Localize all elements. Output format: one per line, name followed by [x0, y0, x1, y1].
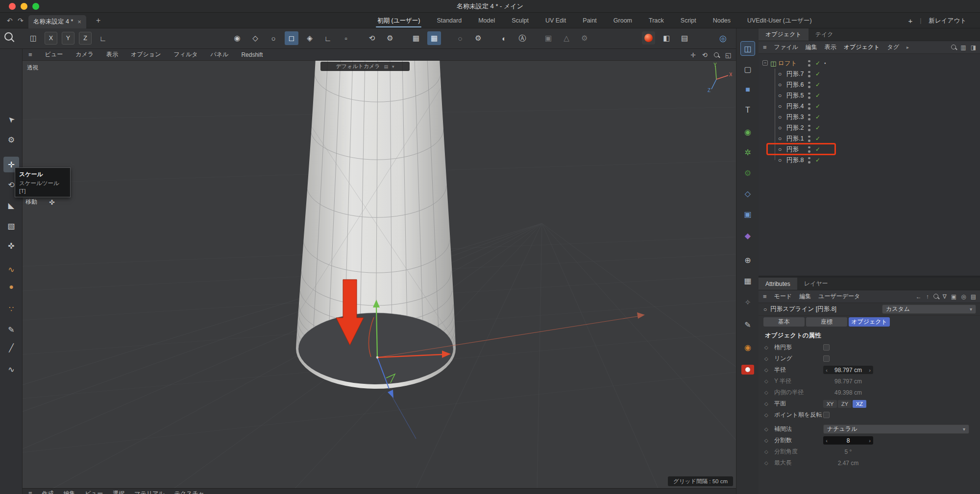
particles-icon[interactable]: ◉ [740, 124, 755, 139]
workplane-grid-icon[interactable]: ▦ [409, 31, 423, 45]
layout-tab-groom[interactable]: Groom [613, 13, 632, 28]
quantize-grid-icon[interactable]: ▦ [427, 31, 441, 45]
axis-mode-icon[interactable]: ◈ [303, 31, 317, 45]
falloff-icon[interactable]: △ [560, 31, 573, 45]
lock-z-button[interactable]: Z [79, 32, 92, 45]
menu-material[interactable]: マテリアル [134, 489, 164, 494]
orientation-axes[interactable]: Y X Z [701, 62, 732, 93]
keyframe-icon[interactable]: ◇ [764, 438, 774, 443]
object-label[interactable]: ロフト [778, 59, 797, 68]
layout-tab-sculpt[interactable]: Sculpt [512, 13, 529, 28]
om-menu-tag[interactable]: タグ [887, 43, 899, 51]
enabled-check-icon[interactable]: ✓ [815, 157, 820, 164]
menu-redshift[interactable]: Redshift [241, 51, 263, 58]
viewport-canvas[interactable] [23, 61, 736, 488]
render-camera-icon[interactable] [740, 362, 755, 377]
visibility-dots[interactable] [808, 93, 810, 99]
menu-options[interactable]: オプション [131, 50, 161, 59]
layout-tab-model[interactable]: Model [478, 13, 495, 28]
tab-attributes[interactable]: Attributes [759, 278, 797, 290]
deformer-icon[interactable]: ◆ [740, 228, 755, 243]
render-view-icon[interactable] [642, 31, 655, 45]
visibility-dots[interactable] [808, 82, 810, 88]
object-label[interactable]: 円形.5 [786, 92, 804, 100]
layout-tab-initial[interactable]: 初期 (ユーザー) [377, 13, 420, 28]
menu-view2[interactable]: ビュー [85, 489, 103, 494]
snap-settings-icon[interactable]: ⚙ [471, 31, 485, 45]
plain-mode-icon[interactable]: ▫ [339, 31, 353, 45]
object-label[interactable]: 円形 [786, 145, 799, 154]
collapse-icon[interactable]: − [762, 60, 768, 66]
enabled-check-icon[interactable]: ✓ [815, 60, 820, 67]
subdivision-value[interactable]: 8 [830, 437, 866, 444]
modeling-settings-icon[interactable]: ▣ [541, 31, 555, 45]
clay-tool-icon[interactable]: ● [3, 279, 19, 295]
ring-checkbox[interactable] [823, 355, 830, 362]
interpolation-select[interactable]: ナチュラル ▾ [823, 424, 969, 434]
enabled-check-icon[interactable]: ✓ [815, 92, 820, 99]
maximize-view-icon[interactable]: ◱ [725, 51, 731, 59]
menu-camera[interactable]: カメラ [75, 50, 94, 59]
viewport-menu-icon[interactable]: ≡ [28, 51, 32, 58]
camera-chevron-icon[interactable]: ▾ [392, 64, 394, 69]
stepper-increase-icon[interactable]: › [866, 438, 873, 444]
material-icon[interactable]: ◉ [740, 340, 755, 354]
mograph-icon[interactable]: ✲ [740, 145, 755, 160]
attr-menu-mode[interactable]: モード [774, 292, 792, 301]
layout-manager-icon[interactable]: ◫ [740, 41, 755, 56]
object-row-circle3[interactable]: ○ 円形.3 ✓ [759, 112, 980, 122]
visibility-dots[interactable] [808, 125, 810, 131]
layout-tab-uvedit-user[interactable]: UVEdit-User (ユーザー) [747, 13, 812, 28]
texture-mode-icon[interactable]: ○ [267, 31, 280, 45]
menu-display[interactable]: 表示 [106, 50, 118, 59]
tool-options-icon[interactable]: ⚙ [578, 31, 591, 45]
new-layout-button[interactable]: 新レイアウト [929, 17, 966, 25]
redo-icon[interactable]: ↷ [18, 13, 24, 28]
enabled-check-icon[interactable]: ✓ [815, 135, 820, 142]
om-menu-object[interactable]: オブジェクト [844, 43, 880, 51]
selection-settings-icon[interactable]: ⚙ [3, 132, 19, 147]
plane-xy-button[interactable]: XY [823, 400, 837, 408]
light-icon[interactable]: ✧ [740, 295, 755, 309]
object-label[interactable]: 円形.8 [786, 156, 804, 165]
layout-tab-uvedit[interactable]: UV Edit [545, 13, 566, 28]
attr-lock-icon[interactable]: ▣ [951, 293, 956, 300]
preset-select[interactable]: カスタム ▾ [882, 305, 976, 314]
knife-tool-icon[interactable]: ╱ [3, 340, 19, 355]
enabled-check-icon[interactable]: ✓ [815, 124, 820, 131]
loft-object[interactable] [296, 61, 464, 389]
visibility-dots[interactable] [808, 60, 810, 67]
lock-x-button[interactable]: X [45, 32, 57, 45]
make-editable-icon[interactable]: ◉ [230, 31, 244, 45]
fields-icon[interactable]: ▣ [740, 207, 755, 221]
pan-view-icon[interactable]: ✛ [690, 51, 696, 59]
zoom-view-icon[interactable] [714, 51, 719, 59]
subtab-coords[interactable]: 座標 [806, 317, 847, 327]
menu-create[interactable]: 作成 [42, 489, 54, 494]
simulation-icon[interactable]: ⚙ [740, 165, 755, 180]
visibility-dots[interactable] [808, 114, 810, 120]
spline-tool-icon[interactable]: ∿ [3, 361, 19, 377]
close-tab-icon[interactable]: × [77, 18, 81, 25]
object-label[interactable]: 円形.6 [786, 81, 804, 89]
reverse-points-checkbox[interactable] [823, 412, 830, 418]
object-row-circle5[interactable]: ○ 円形.5 ✓ [759, 90, 980, 101]
array-icon[interactable]: ▦ [740, 273, 755, 288]
visibility-dots[interactable] [808, 136, 810, 142]
keyframe-icon[interactable]: ◇ [764, 426, 774, 432]
environment-icon[interactable]: ⊕ [740, 253, 755, 267]
attr-search-icon[interactable] [933, 293, 938, 300]
new-document-button[interactable]: + [96, 13, 100, 28]
model-mode-icon[interactable]: ◇ [248, 31, 262, 45]
keyframe-icon[interactable]: ◇ [764, 412, 774, 418]
stepper-decrease-icon[interactable]: ‹ [823, 438, 830, 444]
tab-layers[interactable]: レイヤー [797, 278, 835, 290]
volume-icon[interactable]: ◇ [740, 186, 755, 201]
object-row-circle1[interactable]: ○ 円形.1 ✓ [759, 133, 980, 144]
document-tab[interactable]: 名称未設定 4 * × [28, 15, 86, 28]
enabled-check-icon[interactable]: ✓ [815, 146, 820, 153]
bottom-menu-icon[interactable]: ≡ [28, 489, 32, 494]
scale-tool-icon[interactable]: ▧ [3, 218, 19, 234]
coordinate-system-icon[interactable]: ⟲ [365, 31, 379, 45]
camera-label[interactable]: デフォルトカメラ ▤ ▾ [320, 62, 410, 71]
